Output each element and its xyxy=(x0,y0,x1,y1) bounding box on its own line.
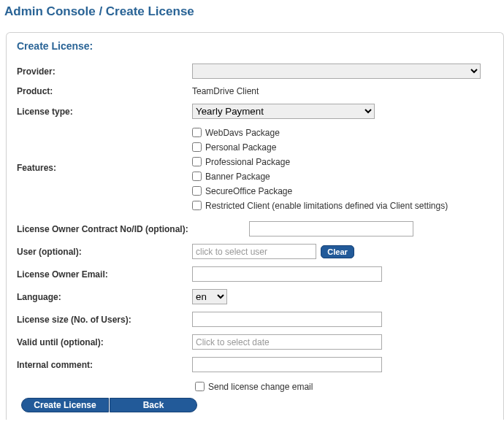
label-product: Product: xyxy=(17,86,192,96)
feature-professional-checkbox[interactable] xyxy=(192,157,202,166)
label-features: Features: xyxy=(17,126,192,214)
owner-email-input[interactable] xyxy=(192,266,382,282)
send-change-email-row: Send license change email xyxy=(192,380,493,393)
provider-select[interactable] xyxy=(192,64,481,79)
feature-banner: Banner Package xyxy=(192,170,448,182)
label-owner-email: License Owner Email: xyxy=(17,269,192,280)
feature-banner-checkbox[interactable] xyxy=(192,172,202,181)
send-change-email-checkbox[interactable] xyxy=(195,382,205,391)
feature-personal-checkbox[interactable] xyxy=(192,142,202,152)
feature-label: Banner Package xyxy=(205,172,270,182)
label-provider: Provider: xyxy=(17,66,192,77)
language-select[interactable]: en xyxy=(192,289,227,304)
license-type-select[interactable]: Yearly Payment xyxy=(192,104,375,119)
label-valid-until: Valid until (optional): xyxy=(17,337,192,347)
feature-secureoffice: SecureOffice Package xyxy=(192,185,448,197)
license-size-input[interactable] xyxy=(192,312,382,327)
features-list: WebDavs Package Personal Package Profess… xyxy=(192,126,448,214)
feature-webdavs-checkbox[interactable] xyxy=(192,128,202,137)
label-contract: License Owner Contract No/ID (optional): xyxy=(17,224,249,234)
button-bar: Create License Back xyxy=(21,398,493,412)
feature-label: Professional Package xyxy=(205,157,290,167)
clear-button[interactable]: Clear xyxy=(321,245,354,258)
back-button[interactable]: Back xyxy=(110,398,197,412)
panel-title: Create License: xyxy=(17,40,493,52)
feature-webdavs: WebDavs Package xyxy=(192,126,448,139)
send-change-email-label: Send license change email xyxy=(208,382,313,392)
feature-label: WebDavs Package xyxy=(205,128,280,138)
internal-comment-input[interactable] xyxy=(192,357,382,372)
feature-secureoffice-checkbox[interactable] xyxy=(192,186,202,196)
label-language: Language: xyxy=(17,292,192,302)
label-internal-comment: Internal comment: xyxy=(17,360,192,370)
contract-input[interactable] xyxy=(249,221,413,236)
feature-restricted-checkbox[interactable] xyxy=(192,201,202,210)
feature-professional: Professional Package xyxy=(192,155,448,168)
user-input[interactable] xyxy=(192,244,316,259)
page-title: Admin Console / Create License xyxy=(4,4,504,19)
label-license-type: License type: xyxy=(17,107,192,117)
product-value: TeamDrive Client xyxy=(192,86,493,96)
feature-label: Personal Package xyxy=(205,142,276,153)
feature-personal: Personal Package xyxy=(192,141,448,153)
label-license-size: License size (No. of Users): xyxy=(17,315,192,325)
feature-label: Restricted Client (enable limitations de… xyxy=(205,201,448,211)
create-license-button[interactable]: Create License xyxy=(21,398,109,412)
feature-label: SecureOffice Package xyxy=(205,186,292,196)
label-user: User (optional): xyxy=(17,247,192,257)
create-license-panel: Create License: Provider: Product: TeamD… xyxy=(6,32,504,420)
valid-until-input[interactable] xyxy=(192,334,382,350)
feature-restricted: Restricted Client (enable limitations de… xyxy=(192,199,448,212)
